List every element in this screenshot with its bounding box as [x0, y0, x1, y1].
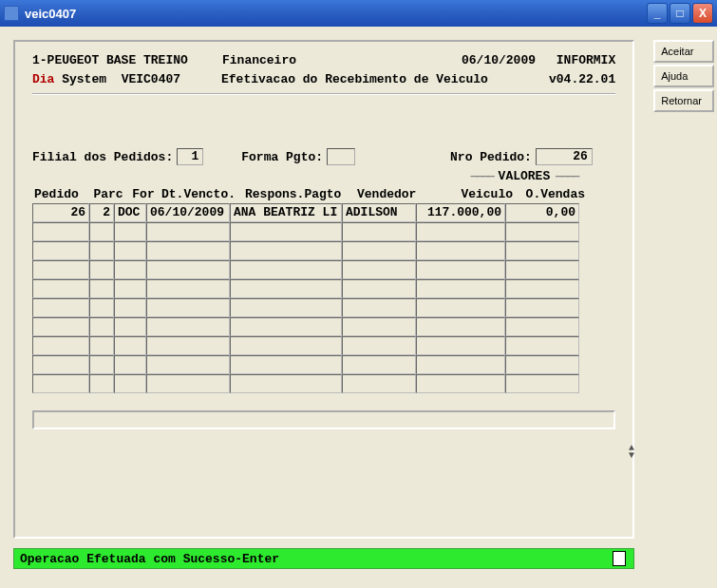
cell-vend[interactable] — [342, 374, 416, 393]
cell-for[interactable] — [114, 336, 146, 355]
cell-veic[interactable]: 117.000,00 — [416, 203, 505, 222]
cell-veic[interactable] — [416, 336, 505, 355]
cell-pedido[interactable] — [32, 374, 89, 393]
cell-resp[interactable] — [230, 241, 342, 260]
cell-resp[interactable] — [230, 336, 342, 355]
cell-resp[interactable] — [230, 222, 342, 241]
cell-parc[interactable] — [89, 241, 114, 260]
table-row[interactable] — [32, 336, 615, 355]
cell-ov[interactable] — [505, 279, 579, 298]
cell-resp[interactable] — [230, 279, 342, 298]
cell-parc[interactable] — [89, 222, 114, 241]
cell-veic[interactable] — [416, 241, 505, 260]
cell-veic[interactable] — [416, 222, 505, 241]
cell-for[interactable] — [114, 279, 146, 298]
table-row[interactable] — [32, 260, 615, 279]
cell-pedido[interactable]: 26 — [32, 203, 89, 222]
aceitar-button[interactable]: Aceitar — [653, 40, 714, 63]
filial-field[interactable]: 1 — [177, 148, 203, 165]
cell-ov[interactable] — [505, 298, 579, 317]
cell-vend[interactable] — [342, 336, 416, 355]
cell-parc[interactable] — [89, 317, 114, 336]
titlebar[interactable]: veic0407 _ □ X — [0, 0, 717, 27]
cell-ov[interactable] — [505, 222, 579, 241]
cell-pedido[interactable] — [32, 222, 89, 241]
table-row[interactable] — [32, 317, 615, 336]
cell-dt[interactable] — [146, 260, 230, 279]
cell-for[interactable] — [114, 317, 146, 336]
cell-dt[interactable] — [146, 317, 230, 336]
table-row[interactable] — [32, 222, 615, 241]
cell-vend[interactable] — [342, 355, 416, 374]
cell-pedido[interactable] — [32, 241, 89, 260]
cell-ov[interactable] — [505, 241, 579, 260]
cell-vend[interactable] — [342, 279, 416, 298]
cell-for[interactable] — [114, 260, 146, 279]
scroll-indicator-icon[interactable]: ▲▼ — [629, 445, 634, 460]
cell-resp[interactable] — [230, 298, 342, 317]
maximize-button[interactable]: □ — [670, 3, 690, 24]
cell-veic[interactable] — [416, 355, 505, 374]
cell-dt[interactable] — [146, 374, 230, 393]
table-row[interactable] — [32, 355, 615, 374]
cell-parc[interactable] — [89, 260, 114, 279]
close-button[interactable]: X — [692, 3, 713, 24]
table-row[interactable] — [32, 241, 615, 260]
cell-veic[interactable] — [416, 374, 505, 393]
cell-vend[interactable]: ADILSON — [342, 203, 416, 222]
cell-for[interactable] — [114, 222, 146, 241]
minimize-button[interactable]: _ — [647, 3, 668, 24]
data-grid[interactable]: 262DOC06/10/2009ANA BEATRIZ LIADILSON117… — [32, 203, 615, 393]
cell-resp[interactable] — [230, 374, 342, 393]
cell-resp[interactable] — [230, 317, 342, 336]
retornar-button[interactable]: Retornar — [653, 89, 714, 112]
cell-vend[interactable] — [342, 241, 416, 260]
cell-vend[interactable] — [342, 298, 416, 317]
forma-field[interactable] — [327, 148, 355, 165]
cell-ov[interactable] — [505, 317, 579, 336]
cell-for[interactable] — [114, 241, 146, 260]
nro-field[interactable]: 26 — [536, 148, 593, 165]
cell-veic[interactable] — [416, 298, 505, 317]
cell-ov[interactable]: 0,00 — [505, 203, 579, 222]
cell-for[interactable] — [114, 374, 146, 393]
cell-dt[interactable] — [146, 355, 230, 374]
table-row[interactable] — [32, 374, 615, 393]
cell-parc[interactable] — [89, 355, 114, 374]
cell-ov[interactable] — [505, 374, 579, 393]
cell-vend[interactable] — [342, 260, 416, 279]
cell-parc[interactable] — [89, 336, 114, 355]
cell-pedido[interactable] — [32, 355, 89, 374]
cell-pedido[interactable] — [32, 279, 89, 298]
cell-ov[interactable] — [505, 336, 579, 355]
cell-resp[interactable] — [230, 260, 342, 279]
cell-dt[interactable] — [146, 222, 230, 241]
cell-veic[interactable] — [416, 260, 505, 279]
table-row[interactable] — [32, 298, 615, 317]
cell-pedido[interactable] — [32, 317, 89, 336]
cell-ov[interactable] — [505, 355, 579, 374]
cell-vend[interactable] — [342, 317, 416, 336]
cell-dt[interactable] — [146, 336, 230, 355]
cell-for[interactable] — [114, 355, 146, 374]
cell-parc[interactable] — [89, 298, 114, 317]
cell-veic[interactable] — [416, 317, 505, 336]
cell-dt[interactable] — [146, 279, 230, 298]
cell-pedido[interactable] — [32, 336, 89, 355]
table-row[interactable]: 262DOC06/10/2009ANA BEATRIZ LIADILSON117… — [32, 203, 615, 222]
cell-parc[interactable] — [89, 279, 114, 298]
cell-parc[interactable] — [89, 374, 114, 393]
table-row[interactable] — [32, 279, 615, 298]
cell-resp[interactable] — [230, 355, 342, 374]
cell-dt[interactable] — [146, 241, 230, 260]
ajuda-button[interactable]: Ajuda — [653, 65, 714, 87]
cell-dt[interactable]: 06/10/2009 — [146, 203, 230, 222]
cell-dt[interactable] — [146, 298, 230, 317]
cell-parc[interactable]: 2 — [89, 203, 114, 222]
cell-veic[interactable] — [416, 279, 505, 298]
cell-pedido[interactable] — [32, 260, 89, 279]
cell-ov[interactable] — [505, 260, 579, 279]
cell-resp[interactable]: ANA BEATRIZ LI — [230, 203, 342, 222]
cell-for[interactable] — [114, 298, 146, 317]
cell-pedido[interactable] — [32, 298, 89, 317]
